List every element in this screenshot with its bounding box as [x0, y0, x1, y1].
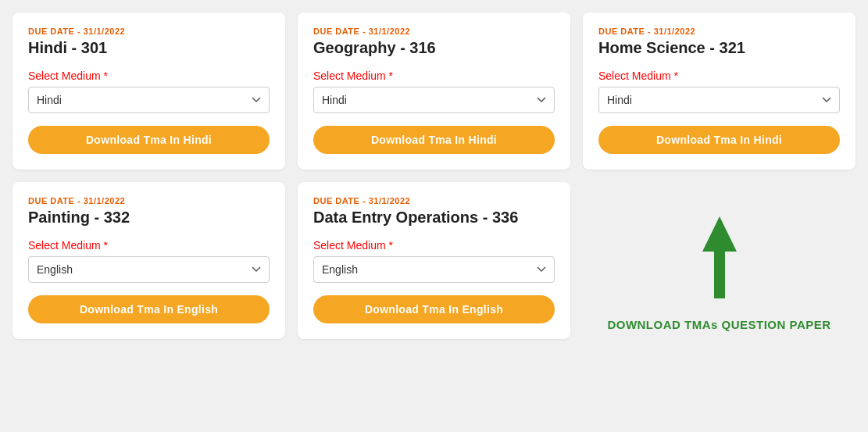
- select-label-painting: Select Medium *: [28, 239, 270, 252]
- subject-title-geography: Geography - 316: [313, 39, 555, 57]
- medium-select-data-entry[interactable]: Hindi English: [313, 256, 555, 283]
- select-label-home-science: Select Medium *: [598, 70, 840, 82]
- due-date-painting: DUE DATE - 31/1/2022: [28, 196, 270, 205]
- download-btn-hindi[interactable]: Download Tma In Hindi: [28, 126, 270, 154]
- subject-title-home-science: Home Science - 321: [598, 39, 840, 57]
- medium-select-geography[interactable]: Hindi English: [313, 87, 555, 113]
- cards-grid: DUE DATE - 31/1/2022 Hindi - 301 Select …: [13, 12, 855, 339]
- card-data-entry-336: DUE DATE - 31/1/2022 Data Entry Operatio…: [298, 182, 570, 339]
- svg-rect-0: [714, 248, 725, 298]
- due-date-hindi: DUE DATE - 31/1/2022: [28, 27, 270, 36]
- due-date-geography: DUE DATE - 31/1/2022: [313, 27, 555, 36]
- card-hindi-301: DUE DATE - 31/1/2022 Hindi - 301 Select …: [13, 12, 285, 170]
- medium-select-hindi[interactable]: Hindi English: [28, 87, 270, 113]
- subject-title-hindi: Hindi - 301: [28, 39, 270, 57]
- download-btn-geography[interactable]: Download Tma In Hindi: [313, 126, 555, 154]
- download-btn-home-science[interactable]: Download Tma In Hindi: [598, 126, 840, 154]
- select-label-data-entry: Select Medium *: [313, 239, 555, 252]
- svg-marker-1: [702, 216, 737, 252]
- subject-title-data-entry: Data Entry Operations - 336: [313, 209, 555, 227]
- download-btn-painting[interactable]: Download Tma In English: [28, 295, 270, 323]
- card-geography-316: DUE DATE - 31/1/2022 Geography - 316 Sel…: [298, 12, 570, 170]
- card-home-science-321: DUE DATE - 31/1/2022 Home Science - 321 …: [583, 12, 855, 170]
- due-date-data-entry: DUE DATE - 31/1/2022: [313, 196, 555, 205]
- card-painting-332: DUE DATE - 31/1/2022 Painting - 332 Sele…: [13, 182, 285, 339]
- due-date-home-science: DUE DATE - 31/1/2022: [598, 27, 840, 36]
- select-label-hindi: Select Medium *: [28, 70, 270, 82]
- subject-title-painting: Painting - 332: [28, 209, 270, 227]
- annotation-text: DOWNLOAD TMAs QUESTION PAPER: [607, 318, 830, 331]
- medium-select-home-science[interactable]: Hindi English: [598, 87, 840, 113]
- medium-select-painting[interactable]: Hindi English: [28, 256, 270, 283]
- select-label-geography: Select Medium *: [313, 70, 555, 82]
- arrow-up-icon: [696, 216, 743, 310]
- download-btn-data-entry[interactable]: Download Tma In English: [313, 295, 555, 323]
- annotation-cell: DOWNLOAD TMAs QUESTION PAPER: [583, 182, 855, 339]
